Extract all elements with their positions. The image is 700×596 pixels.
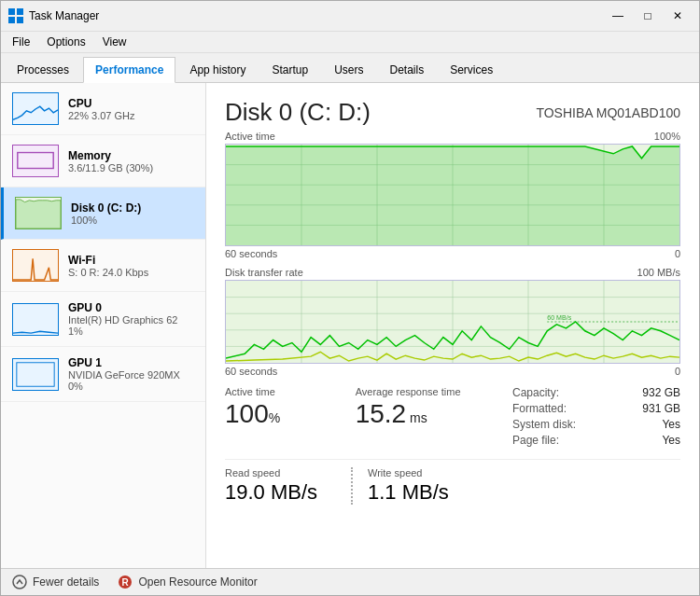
formatted-val: 931 GB	[642, 402, 680, 415]
content-area: CPU 22% 3.07 GHz Memory 3.6/11.9 GB (30%…	[1, 83, 699, 568]
system-disk-key: System disk:	[512, 418, 576, 431]
capacity-row: Capacity: 932 GB	[512, 386, 680, 399]
active-time-chart	[225, 144, 680, 246]
transfer-rate-chart: 60 MB/s	[225, 280, 680, 364]
chart1-bottom-right: 0	[675, 248, 680, 259]
formatted-key: Formatted:	[512, 402, 567, 415]
write-speed-value: 1.1 MB/s	[368, 480, 494, 505]
cpu-title: CPU	[68, 97, 194, 110]
svg-rect-2	[8, 17, 15, 23]
sidebar-item-wifi[interactable]: Wi-Fi S: 0 R: 24.0 Kbps	[1, 240, 205, 292]
resource-monitor-button[interactable]: R Open Resource Monitor	[118, 575, 257, 589]
write-speed-label: Write speed	[368, 467, 494, 478]
memory-title: Memory	[68, 149, 194, 162]
speed-spacer	[494, 467, 680, 505]
transfer-rate-svg: 60 MB/s	[226, 281, 679, 363]
speed-area: Read speed 19.0 MB/s Write speed 1.1 MB/…	[225, 459, 680, 505]
gpu0-info: GPU 0 Intel(R) HD Graphics 621%	[68, 301, 194, 337]
close-button[interactable]: ✕	[664, 7, 692, 25]
svg-rect-4	[18, 153, 53, 169]
disk-main-title: Disk 0 (C: D:)	[225, 98, 371, 127]
gpu1-subtitle: NVIDIA GeForce 920MX0%	[68, 369, 194, 392]
sidebar-item-gpu1[interactable]: GPU 1 NVIDIA GeForce 920MX0%	[1, 347, 205, 402]
response-time-value: 15.2 ms	[356, 399, 494, 429]
chevron-up-icon	[12, 575, 27, 589]
disk-title-sidebar: Disk 0 (C: D:)	[71, 201, 194, 215]
fewer-details-button[interactable]: Fewer details	[12, 575, 99, 589]
sidebar-item-gpu0[interactable]: GPU 0 Intel(R) HD Graphics 621%	[1, 292, 205, 347]
menu-file[interactable]: File	[5, 34, 37, 50]
disk-info: Disk 0 (C: D:) 100%	[71, 201, 194, 226]
footer: Fewer details R Open Resource Monitor	[1, 568, 699, 595]
gpu1-info: GPU 1 NVIDIA GeForce 920MX0%	[68, 356, 194, 392]
menu-options[interactable]: Options	[39, 34, 92, 50]
chart2-label-right: 100 MB/s	[637, 267, 680, 278]
read-speed-value: 19.0 MB/s	[225, 480, 351, 505]
svg-rect-6	[17, 362, 54, 385]
sidebar: CPU 22% 3.07 GHz Memory 3.6/11.9 GB (30%…	[1, 83, 206, 568]
wifi-info: Wi-Fi S: 0 R: 24.0 Kbps	[68, 254, 194, 278]
page-file-row: Page file: Yes	[512, 434, 680, 447]
cpu-subtitle: 22% 3.07 GHz	[68, 110, 194, 121]
chart2-bottom-right: 0	[675, 366, 680, 377]
write-speed-block: Write speed 1.1 MB/s	[351, 467, 494, 505]
minimize-button[interactable]: —	[604, 7, 632, 25]
window-title: Task Manager	[29, 9, 99, 22]
svg-rect-3	[17, 17, 23, 23]
tab-processes[interactable]: Processes	[5, 57, 81, 82]
menu-view[interactable]: View	[95, 34, 134, 50]
fewer-details-label: Fewer details	[33, 575, 99, 589]
svg-text:60 MB/s: 60 MB/s	[547, 314, 571, 321]
tab-app-history[interactable]: App history	[177, 57, 258, 82]
system-disk-val: Yes	[662, 418, 680, 431]
sidebar-item-memory[interactable]: Memory 3.6/11.9 GB (30%)	[1, 135, 205, 187]
disk-info-block: Capacity: 932 GB Formatted: 931 GB Syste…	[494, 386, 680, 450]
response-time-label: Average response time	[356, 386, 494, 397]
system-disk-row: System disk: Yes	[512, 418, 680, 431]
capacity-key: Capacity:	[512, 386, 559, 399]
main-panel: Disk 0 (C: D:) TOSHIBA MQ01ABD100 Active…	[206, 83, 699, 568]
active-time-value: 100%	[225, 399, 341, 429]
tab-startup[interactable]: Startup	[259, 57, 320, 82]
memory-mini-graph	[12, 145, 59, 177]
svg-rect-1	[17, 8, 23, 15]
active-time-chart-section: Active time 100%	[225, 131, 680, 259]
chart2-bottom-left: 60 seconds	[225, 366, 277, 377]
title-bar: Task Manager — □ ✕	[1, 1, 699, 32]
read-speed-label: Read speed	[225, 467, 351, 478]
chart2-bottom-row: 60 seconds 0	[225, 366, 680, 377]
wifi-subtitle: S: 0 R: 24.0 Kbps	[68, 267, 194, 278]
tab-performance[interactable]: Performance	[83, 57, 175, 83]
gpu0-title: GPU 0	[68, 301, 194, 314]
response-time-stat: Average response time 15.2 ms	[341, 386, 494, 450]
maximize-button[interactable]: □	[634, 7, 662, 25]
svg-rect-0	[8, 8, 15, 15]
svg-point-28	[13, 575, 26, 589]
tab-users[interactable]: Users	[322, 57, 375, 82]
chart1-label-left: Active time	[225, 131, 275, 142]
tab-details[interactable]: Details	[377, 57, 436, 82]
chart1-bottom-row: 60 seconds 0	[225, 248, 680, 259]
svg-text:R: R	[122, 577, 130, 588]
cpu-info: CPU 22% 3.07 GHz	[68, 97, 194, 121]
active-time-svg	[226, 145, 679, 245]
chart1-label-row: Active time 100%	[225, 131, 680, 142]
disk-model: TOSHIBA MQ01ABD100	[536, 105, 680, 120]
main-header: Disk 0 (C: D:) TOSHIBA MQ01ABD100	[225, 98, 680, 127]
memory-subtitle: 3.6/11.9 GB (30%)	[68, 162, 194, 173]
active-time-stat: Active time 100%	[225, 386, 341, 450]
tab-services[interactable]: Services	[438, 57, 505, 82]
active-time-label: Active time	[225, 386, 341, 397]
sidebar-item-cpu[interactable]: CPU 22% 3.07 GHz	[1, 83, 205, 135]
chart1-bottom-left: 60 seconds	[225, 248, 277, 259]
stats-area: Active time 100% Average response time 1…	[225, 386, 680, 450]
title-bar-left: Task Manager	[8, 8, 99, 23]
svg-marker-16	[226, 146, 679, 245]
formatted-row: Formatted: 931 GB	[512, 402, 680, 415]
disk-mini-graph	[15, 197, 62, 229]
sidebar-item-disk[interactable]: Disk 0 (C: D:) 100%	[1, 187, 205, 240]
memory-info: Memory 3.6/11.9 GB (30%)	[68, 149, 194, 173]
cpu-mini-graph	[12, 92, 59, 125]
chart2-label-row: Disk transfer rate 100 MB/s	[225, 267, 680, 278]
chart1-label-right: 100%	[654, 131, 680, 142]
